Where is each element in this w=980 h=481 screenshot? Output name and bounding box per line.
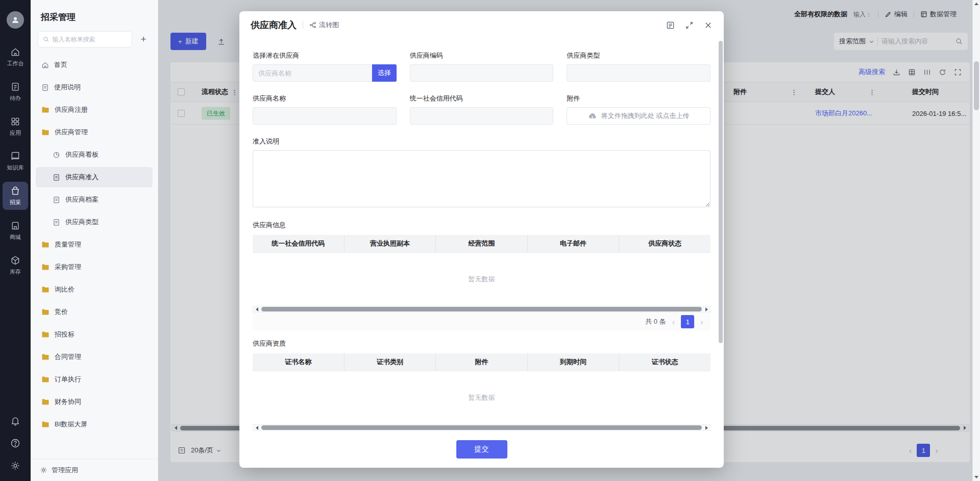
sidebar-manage-app[interactable]: 管理应用	[31, 459, 158, 481]
rail-item-knowledge[interactable]: 知识库	[3, 147, 28, 175]
th-expire-time: 到期时间	[528, 353, 620, 371]
th-business-scope: 经营范围	[436, 235, 528, 252]
field-label: 统一社会信用代码	[410, 94, 554, 103]
sidebar-add-button[interactable]: +	[136, 32, 151, 46]
scroll-right-icon[interactable]	[703, 306, 710, 312]
folder-icon	[41, 420, 50, 428]
field-label: 供应商名称	[253, 94, 397, 103]
field-label: 供应商编码	[410, 51, 554, 60]
sidebar-item-supplier-register[interactable]: 供应商注册	[36, 100, 153, 120]
current-page[interactable]: 1	[681, 315, 694, 328]
sidebar-search-input[interactable]	[52, 36, 127, 43]
expand-icon[interactable]	[685, 21, 694, 30]
scrollbar-thumb[interactable]	[719, 41, 723, 343]
admission-note-textarea[interactable]	[253, 150, 710, 207]
form-row-1: 选择潜在供应商 选择 供应商编码 供应商类型	[253, 51, 710, 82]
sidebar-item-contract[interactable]: 合同管理	[36, 347, 153, 367]
qualification-table-header: 证书名称 证书类别 附件 到期时间 证书状态	[253, 353, 710, 371]
menu-label: 使用说明	[54, 83, 81, 92]
workbench-icon	[10, 47, 20, 57]
sidebar-item-quality[interactable]: 质量管理	[36, 234, 153, 255]
sidebar-item-home[interactable]: 首页	[36, 55, 153, 75]
next-page-icon[interactable]: ›	[700, 318, 703, 326]
menu-label: 供应商管理	[55, 128, 88, 137]
supplier-name-input[interactable]	[253, 107, 397, 125]
menu-label: 质量管理	[55, 240, 81, 249]
sidebar-item-bi[interactable]: BI数据大屏	[36, 414, 153, 435]
rail-item-workbench[interactable]: 工作台	[3, 43, 28, 71]
sidebar: 招采管理 + 首页 使用说明 供应商注册 供应商管理	[31, 0, 158, 481]
sidebar-item-supplier-archive[interactable]: 供应商档案	[36, 189, 153, 210]
sidebar-item-supplier-manage[interactable]: 供应商管理	[36, 122, 153, 142]
rail-item-label: 待办	[10, 94, 21, 102]
sidebar-search-box[interactable]	[38, 31, 132, 47]
rail-item-mall[interactable]: 商城	[3, 217, 28, 245]
field-supplier-name: 供应商名称	[253, 94, 397, 125]
user-icon	[11, 15, 20, 25]
menu-label: 供应商档案	[65, 195, 99, 204]
supplier-code-input[interactable]	[410, 64, 554, 82]
field-potential-supplier: 选择潜在供应商 选择	[253, 51, 397, 82]
sidebar-item-supplier-type[interactable]: 供应商类型	[36, 212, 153, 232]
sidebar-item-tender[interactable]: 招投标	[36, 324, 153, 345]
supplier-info-horizontal-scrollbar[interactable]	[253, 306, 710, 312]
avatar[interactable]	[7, 11, 24, 29]
prev-page-icon[interactable]: ‹	[672, 318, 675, 326]
menu-label: 招投标	[55, 330, 75, 339]
manage-app-label: 管理应用	[52, 466, 78, 475]
rail-item-inventory[interactable]: 库存	[3, 251, 28, 279]
sidebar-item-bidding[interactable]: 竞价	[36, 302, 153, 322]
sidebar-item-finance[interactable]: 财务协同	[36, 392, 153, 412]
bell-icon[interactable]	[10, 416, 20, 426]
supplier-info-table-header: 统一社会信用代码 营业执照副本 经营范围 电子邮件 供应商状态	[253, 235, 710, 253]
store-icon	[10, 221, 20, 231]
menu-label: 合同管理	[55, 352, 81, 362]
scroll-up-icon[interactable]	[973, 0, 980, 8]
close-icon[interactable]	[704, 21, 713, 30]
page-vertical-scrollbar[interactable]	[972, 0, 980, 481]
gear-icon	[40, 466, 47, 474]
sidebar-item-instructions[interactable]: 使用说明	[36, 77, 153, 98]
modal-vertical-scrollbar[interactable]	[719, 41, 723, 463]
th-attachment: 附件	[436, 353, 528, 371]
field-label: 选择潜在供应商	[253, 51, 397, 60]
folder-icon	[41, 285, 50, 294]
supplier-type-input[interactable]	[567, 64, 710, 82]
folder-icon	[41, 398, 50, 406]
th-email: 电子邮件	[528, 235, 620, 252]
flow-chart-link[interactable]: 流转图	[309, 20, 339, 30]
folder-icon	[41, 375, 50, 383]
sidebar-item-supplier-admission[interactable]: 供应商准入	[36, 167, 153, 187]
rail-item-apps[interactable]: 应用	[3, 112, 28, 140]
form-view-icon[interactable]	[666, 21, 675, 30]
scrollbar-thumb[interactable]	[974, 61, 979, 110]
scroll-down-icon[interactable]	[973, 473, 980, 481]
folder-icon	[41, 308, 50, 316]
attachment-upload-dropzone[interactable]: 将文件拖拽到此处 或点击上传	[567, 107, 710, 125]
supplier-info-pagination: 共 0 条 ‹ 1 ›	[253, 312, 710, 331]
scrollbar-thumb[interactable]	[261, 425, 702, 430]
sidebar-item-order[interactable]: 订单执行	[36, 369, 153, 390]
submit-button[interactable]: 提交	[456, 440, 507, 459]
credit-code-input[interactable]	[410, 107, 554, 125]
scroll-right-icon[interactable]	[703, 425, 710, 430]
help-icon[interactable]	[10, 438, 20, 448]
rail-item-procurement[interactable]: 招采	[3, 182, 28, 210]
select-supplier-button[interactable]: 选择	[372, 64, 397, 82]
scroll-left-icon[interactable]	[253, 306, 260, 312]
field-supplier-code: 供应商编码	[410, 51, 554, 82]
rail-item-todo[interactable]: 待办	[3, 78, 28, 106]
qualification-horizontal-scrollbar[interactable]	[253, 424, 710, 431]
sidebar-item-purchase[interactable]: 采购管理	[36, 257, 153, 277]
gear-icon[interactable]	[10, 461, 20, 471]
scrollbar-thumb[interactable]	[261, 307, 702, 311]
divider	[303, 21, 303, 29]
potential-supplier-input[interactable]	[253, 64, 372, 82]
scroll-left-icon[interactable]	[253, 425, 260, 430]
field-credit-code: 统一社会信用代码	[410, 94, 554, 125]
app-rail: 工作台 待办 应用 知识库 招采 商城 库存	[0, 0, 31, 481]
th-license-copy: 营业执照副本	[345, 235, 436, 252]
sidebar-item-inquiry[interactable]: 询比价	[36, 279, 153, 300]
sidebar-item-supplier-board[interactable]: 供应商看板	[36, 145, 153, 165]
supplier-info-empty-state: 暂无数据	[253, 253, 710, 306]
